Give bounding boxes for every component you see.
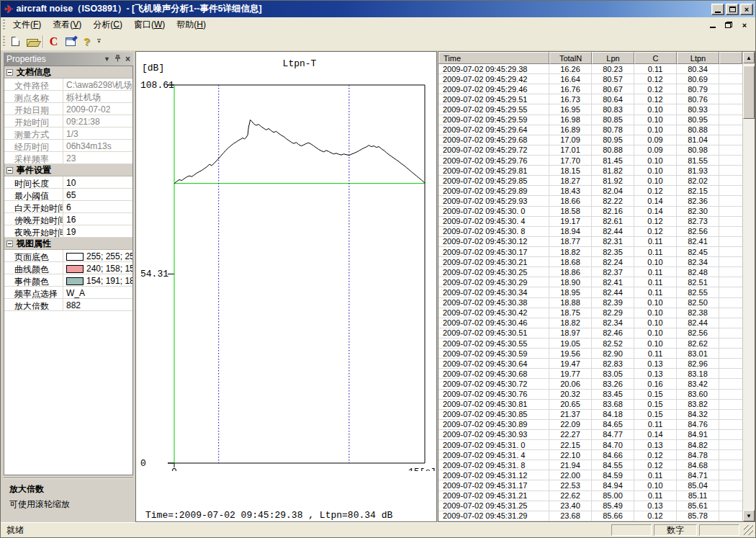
table-row[interactable]: 2009-07-02 09:45:29.6416.8980.780.1080.8… bbox=[438, 125, 742, 135]
table-row[interactable]: 2009-07-02 09:45:29.7217.0180.880.0980.9… bbox=[438, 145, 742, 156]
table-row[interactable]: 2009-07-02 09:45:30.2118.6882.240.1082.3… bbox=[438, 257, 742, 267]
table-row[interactable]: 2009-07-02 09:45:30.7220.0683.260.1683.4… bbox=[438, 379, 742, 389]
property-value[interactable]: 240; 158; 158 bbox=[63, 262, 132, 274]
table-row[interactable]: 2009-07-02 09:45:30.9322.2784.770.1484.9… bbox=[438, 430, 742, 440]
property-value[interactable]: 19 bbox=[63, 225, 132, 237]
table-row[interactable]: 2009-07-02 09:45:30. 818.9482.440.1282.5… bbox=[438, 227, 742, 237]
table-row[interactable]: 2009-07-02 09:45:30. 018.5882.160.1482.3… bbox=[438, 207, 742, 217]
close-button[interactable]: × bbox=[740, 4, 753, 15]
table-row[interactable]: 2009-07-02 09:45:30.4618.8282.340.1082.4… bbox=[438, 318, 742, 328]
scrollbar-track[interactable] bbox=[743, 119, 755, 510]
collapse-minus-icon[interactable] bbox=[6, 69, 13, 76]
table-row[interactable]: 2009-07-02 09:45:29.6817.0980.950.0981.0… bbox=[438, 135, 742, 145]
table-row[interactable]: 2009-07-02 09:45:30.8922.0984.650.1184.7… bbox=[438, 420, 742, 430]
color-swatch[interactable] bbox=[66, 265, 84, 273]
table-row[interactable]: 2009-07-02 09:45:29.9318.6682.220.1482.3… bbox=[438, 196, 742, 206]
table-row[interactable]: 2009-07-02 09:45:30.2918.9082.410.1182.5… bbox=[438, 277, 742, 287]
table-row[interactable]: 2009-07-02 09:45:30.8521.3784.180.1584.3… bbox=[438, 410, 742, 420]
scroll-up-button[interactable]: ▲ bbox=[743, 52, 755, 63]
column-header-c[interactable]: C bbox=[634, 52, 677, 64]
table-row[interactable]: 2009-07-02 09:45:30.3418.9582.440.1182.5… bbox=[438, 287, 742, 297]
table-row[interactable]: 2009-07-02 09:45:30.1218.7782.310.1182.4… bbox=[438, 237, 742, 247]
mdi-minimize-button[interactable] bbox=[708, 20, 718, 30]
table-cell: 80.79 bbox=[677, 84, 719, 94]
color-swatch[interactable] bbox=[66, 253, 84, 261]
menu-item-v[interactable]: 查看(V) bbox=[47, 17, 87, 33]
chart-canvas[interactable]: [dB]Ltpn-T108.6154.310015[s] bbox=[136, 52, 436, 471]
c-weighting-button[interactable] bbox=[45, 34, 62, 50]
column-header-totaln[interactable]: TotalN bbox=[549, 52, 592, 64]
table-row[interactable]: 2009-07-02 09:45:31.2523.4085.490.1385.6… bbox=[438, 501, 742, 511]
collapse-minus-icon[interactable] bbox=[6, 167, 13, 174]
table-row[interactable]: 2009-07-02 09:45:30.1718.8282.350.1182.4… bbox=[438, 247, 742, 257]
table-row[interactable]: 2009-07-02 09:45:31.1722.5384.940.1085.0… bbox=[438, 480, 742, 490]
property-value[interactable]: W_A bbox=[63, 287, 132, 298]
table-row[interactable]: 2009-07-02 09:45:31.1222.0084.590.1184.7… bbox=[438, 470, 742, 480]
menu-item-f[interactable]: 文件(F) bbox=[7, 17, 47, 33]
table-row[interactable]: 2009-07-02 09:45:30.5519.0582.520.1082.6… bbox=[438, 339, 742, 349]
property-value[interactable]: 882 bbox=[63, 299, 132, 310]
table-cell: 18.90 bbox=[549, 277, 592, 287]
menu-item-w[interactable]: 窗口(W) bbox=[128, 17, 171, 33]
table-row[interactable]: 2009-07-02 09:45:29.3816.2680.230.1180.3… bbox=[438, 64, 742, 74]
panel-pin-button[interactable] bbox=[114, 55, 121, 63]
minimize-icon bbox=[715, 12, 721, 13]
menubar-grip[interactable] bbox=[3, 19, 5, 30]
menu-item-c[interactable]: 分析(C) bbox=[87, 17, 128, 33]
table-row[interactable]: 2009-07-02 09:45:30.2518.8682.370.1182.4… bbox=[438, 267, 742, 277]
column-header-time[interactable]: Time bbox=[438, 52, 549, 64]
open-folder-button[interactable] bbox=[24, 34, 40, 50]
table-row[interactable]: 2009-07-02 09:45:31. 022.1584.700.1384.8… bbox=[438, 440, 742, 450]
table-cell: 2009-07-02 09:45:29.85 bbox=[438, 176, 549, 185]
mdi-close-button[interactable]: × bbox=[739, 20, 750, 30]
table-row[interactable]: 2009-07-02 09:45:29.4616.7680.670.1280.7… bbox=[438, 84, 742, 94]
table-row[interactable]: 2009-07-02 09:45:30.7620.3283.450.1583.6… bbox=[438, 390, 742, 400]
panel-close-button[interactable]: × bbox=[125, 55, 130, 63]
property-value[interactable]: 6 bbox=[63, 201, 132, 212]
table-row[interactable]: 2009-07-02 09:45:30.8120.6583.680.1583.8… bbox=[438, 400, 742, 410]
property-value[interactable]: 154; 191; 185 bbox=[63, 274, 132, 286]
table-row[interactable]: 2009-07-02 09:45:31.2122.6285.000.1185.1… bbox=[438, 491, 742, 501]
collapse-minus-icon[interactable] bbox=[6, 241, 13, 247]
table-row[interactable]: 2009-07-02 09:45:29.5116.7380.640.1280.7… bbox=[438, 94, 742, 104]
properties-button[interactable] bbox=[62, 34, 78, 50]
new-document-button[interactable] bbox=[7, 34, 24, 50]
panel-menu-button[interactable]: ▼ bbox=[104, 55, 110, 63]
table-row[interactable]: 2009-07-02 09:45:30.4218.7582.290.1082.3… bbox=[438, 308, 742, 318]
help-button[interactable] bbox=[78, 34, 95, 50]
table-row[interactable]: 2009-07-02 09:45:30.6419.4782.830.1382.9… bbox=[438, 359, 742, 369]
table-row[interactable]: 2009-07-02 09:45:30. 419.1782.610.1282.7… bbox=[438, 217, 742, 227]
column-header-ltpn[interactable]: Ltpn bbox=[677, 52, 719, 64]
table-row[interactable]: 2009-07-02 09:45:30.5118.9782.460.1082.5… bbox=[438, 328, 742, 339]
minimize-button[interactable] bbox=[711, 4, 724, 15]
table-row[interactable]: 2009-07-02 09:45:29.5516.9580.830.1080.9… bbox=[438, 104, 742, 115]
scrollbar-thumb[interactable] bbox=[743, 66, 755, 119]
property-value[interactable]: 16 bbox=[63, 213, 132, 225]
toolbar-overflow-button[interactable]: ▼ bbox=[95, 34, 103, 50]
table-scrollbar[interactable]: ▲ ▼ bbox=[742, 52, 755, 521]
color-swatch[interactable] bbox=[66, 277, 84, 285]
table-row[interactable]: 2009-07-02 09:45:29.4216.6480.570.1280.6… bbox=[438, 74, 742, 84]
maximize-button[interactable] bbox=[726, 4, 739, 15]
scroll-down-button[interactable]: ▼ bbox=[743, 510, 755, 521]
menu-item-h[interactable]: 帮助(H) bbox=[171, 17, 212, 33]
table-row[interactable]: 2009-07-02 09:45:29.8518.2781.920.1082.0… bbox=[438, 176, 742, 186]
table-row[interactable]: 2009-07-02 09:45:30.5919.5682.900.1183.0… bbox=[438, 349, 742, 359]
table-row[interactable]: 2009-07-02 09:45:29.5916.9880.850.1080.9… bbox=[438, 115, 742, 125]
table-row[interactable]: 2009-07-02 09:45:31. 821.9484.550.1284.6… bbox=[438, 460, 742, 470]
table-row[interactable]: 2009-07-02 09:45:31.2923.6885.660.1285.7… bbox=[438, 511, 742, 521]
property-value[interactable]: 255; 255; 255 bbox=[63, 250, 132, 261]
table-row[interactable]: 2009-07-02 09:45:30.3818.8882.390.1082.5… bbox=[438, 298, 742, 308]
table-cell: 20.06 bbox=[549, 379, 592, 388]
column-header-lpn[interactable]: Lpn bbox=[592, 52, 634, 64]
table-row[interactable]: 2009-07-02 09:45:29.8918.4382.040.1282.1… bbox=[438, 186, 742, 196]
property-value[interactable]: 65 bbox=[63, 189, 132, 200]
mdi-restore-button[interactable] bbox=[724, 20, 734, 30]
table-row[interactable]: 2009-07-02 09:45:31. 422.1084.660.1284.7… bbox=[438, 450, 742, 460]
table-row[interactable]: 2009-07-02 09:45:29.8118.1581.820.1081.9… bbox=[438, 166, 742, 176]
toolbar-grip[interactable] bbox=[3, 36, 5, 47]
property-value[interactable]: 10 bbox=[63, 176, 132, 188]
table-row[interactable]: 2009-07-02 09:45:30.6819.7783.050.1383.1… bbox=[438, 369, 742, 379]
resize-grip[interactable] bbox=[744, 525, 753, 535]
table-row[interactable]: 2009-07-02 09:45:29.7617.7081.450.1081.5… bbox=[438, 156, 742, 166]
